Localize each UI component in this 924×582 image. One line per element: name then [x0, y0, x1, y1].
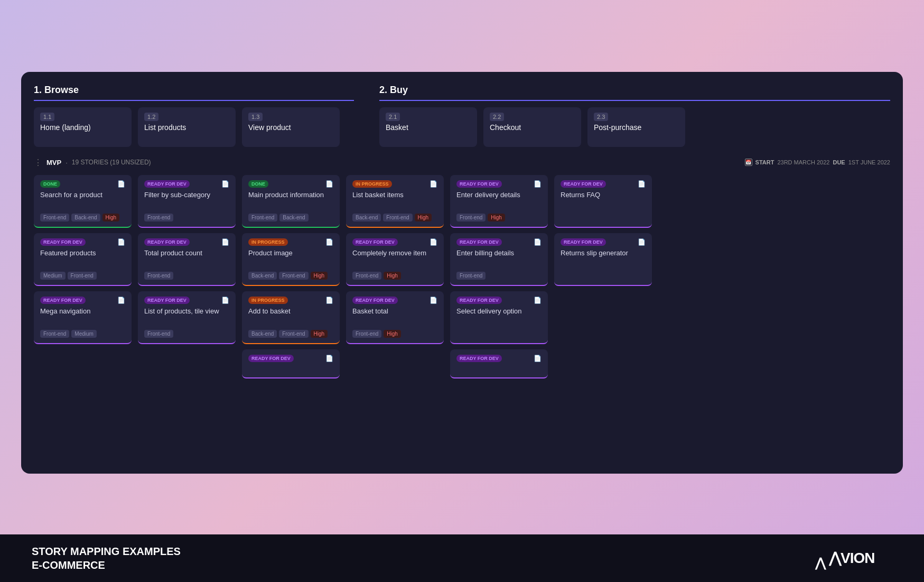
epic-card-1-3[interactable]: 1.3 View product — [242, 107, 340, 147]
partial-card[interactable]: READY FOR DEV 📄 — [450, 349, 548, 378]
doc-icon: 📄 — [430, 180, 437, 188]
epic-card-num: 2.1 — [386, 113, 400, 121]
story-card[interactable]: READY FOR DEV 📄 Featured products Medium… — [34, 233, 132, 286]
story-card[interactable]: READY FOR DEV 📄 Enter billing details Fr… — [450, 233, 548, 286]
story-card-top: READY FOR DEV 📄 — [561, 180, 646, 188]
story-card[interactable]: READY FOR DEV 📄 Completely remove item F… — [346, 233, 444, 286]
story-card[interactable]: DONE 📄 Search for a product Front-end Ba… — [34, 175, 132, 228]
status-badge: IN PROGRESS — [352, 180, 392, 188]
story-column-2: READY FOR DEV 📄 Filter by sub-category F… — [138, 175, 236, 378]
tag: Back-end — [71, 214, 100, 221]
story-title: Search for a product — [40, 191, 125, 208]
status-badge: IN PROGRESS — [248, 238, 288, 246]
story-tags: Medium Front-end — [40, 272, 125, 280]
tag: Back-end — [248, 272, 277, 280]
story-card[interactable]: IN PROGRESS 📄 List basket items Back-end… — [346, 175, 444, 228]
footer-line1: STORY MAPPING EXAMPLES — [32, 544, 181, 558]
tag: Front-end — [68, 272, 97, 280]
story-card-top: READY FOR DEV 📄 — [352, 297, 437, 304]
status-badge: READY FOR DEV — [144, 297, 190, 304]
tag-high: High — [102, 214, 120, 221]
story-tags: Front-end Back-end High — [40, 214, 125, 221]
epic-card-title: View product — [248, 123, 333, 132]
status-badge: READY FOR DEV — [352, 297, 398, 304]
story-card[interactable]: DONE 📄 Main product information Front-en… — [242, 175, 340, 228]
epic-card-num: 1.1 — [40, 113, 54, 121]
story-tags: Front-end Medium — [40, 330, 125, 338]
story-card-top: READY FOR DEV 📄 — [456, 297, 542, 304]
story-card[interactable]: READY FOR DEV 📄 Basket total Front-end H… — [346, 291, 444, 344]
story-card-select-delivery[interactable]: READY FOR DEV 📄 Select delivery option — [450, 291, 548, 344]
story-card[interactable]: READY FOR DEV 📄 List of products, tile v… — [138, 291, 236, 344]
story-card-top: DONE 📄 — [40, 180, 125, 188]
story-card[interactable]: READY FOR DEV 📄 Filter by sub-category F… — [138, 175, 236, 228]
story-card-top: IN PROGRESS 📄 — [248, 297, 333, 304]
story-column-5: READY FOR DEV 📄 Enter delivery details F… — [450, 175, 548, 378]
story-tags: Front-end — [456, 272, 542, 280]
epic-cards-browse: 1.1 Home (landing) 1.2 List products 1.3… — [34, 107, 354, 147]
tag: Front-end — [144, 330, 173, 338]
story-title: Featured products — [40, 249, 125, 266]
story-title: Enter billing details — [456, 249, 542, 266]
story-title: List of products, tile view — [144, 307, 229, 325]
avion-logo: ⋀VION — [815, 546, 892, 571]
tag: Front-end — [456, 214, 486, 221]
epic-card-1-1[interactable]: 1.1 Home (landing) — [34, 107, 132, 147]
tag: Front-end — [279, 272, 308, 280]
mvp-header: ⋮ MVP · 19 STORIES (19 UNSIZED) 📅 START … — [34, 158, 890, 168]
mvp-left: ⋮ MVP · 19 STORIES (19 UNSIZED) — [34, 158, 151, 168]
story-title: Product image — [248, 249, 333, 266]
doc-icon: 📄 — [325, 297, 333, 304]
epic-card-2-3[interactable]: 2.3 Post-purchase — [587, 107, 685, 147]
story-tags: Front-end High — [352, 330, 437, 338]
epic-card-1-2[interactable]: 1.2 List products — [138, 107, 236, 147]
story-card-top: READY FOR DEV 📄 — [144, 297, 229, 304]
doc-icon: 📄 — [534, 180, 542, 188]
partial-card[interactable]: READY FOR DEV 📄 — [242, 349, 340, 378]
status-badge: IN PROGRESS — [248, 297, 288, 304]
story-card[interactable]: IN PROGRESS 📄 Product image Back-end Fro… — [242, 233, 340, 286]
svg-text:⋀VION: ⋀VION — [829, 550, 874, 566]
epic-card-2-2[interactable]: 2.2 Checkout — [483, 107, 581, 147]
status-badge: READY FOR DEV — [561, 238, 606, 246]
status-badge: READY FOR DEV — [456, 355, 502, 362]
epic-group-browse: 1. Browse 1.1 Home (landing) 1.2 List pr… — [34, 85, 354, 147]
doc-icon: 📄 — [325, 355, 333, 362]
tag: Medium — [71, 330, 97, 338]
story-title: Basket total — [352, 307, 437, 325]
story-card[interactable]: READY FOR DEV 📄 Returns slip generator — [554, 233, 652, 286]
epic-label-browse: 1. Browse — [34, 85, 354, 101]
story-tags: Back-end Front-end High — [248, 330, 333, 338]
doc-icon: 📄 — [534, 238, 542, 246]
story-card[interactable]: READY FOR DEV 📄 Total product count Fron… — [138, 233, 236, 286]
doc-icon: 📄 — [221, 297, 229, 304]
story-card-top: READY FOR DEV 📄 — [561, 238, 646, 246]
doc-icon: 📄 — [221, 238, 229, 246]
tag: Back-end — [279, 214, 308, 221]
story-card-top: READY FOR DEV 📄 — [352, 238, 437, 246]
status-badge: READY FOR DEV — [456, 238, 502, 246]
epic-card-2-1[interactable]: 2.1 Basket — [379, 107, 477, 147]
stories-grid: DONE 📄 Search for a product Front-end Ba… — [34, 175, 890, 378]
story-title: Enter delivery details — [456, 191, 542, 208]
story-title: Returns FAQ — [561, 191, 646, 216]
doc-icon: 📄 — [325, 238, 333, 246]
status-badge: READY FOR DEV — [561, 180, 606, 188]
doc-icon: 📄 — [534, 355, 542, 362]
story-tags: Front-end — [144, 214, 229, 221]
tag: Front-end — [383, 214, 412, 221]
mvp-menu-icon[interactable]: ⋮ — [34, 158, 42, 168]
epic-card-num: 1.2 — [144, 113, 158, 121]
epic-card-num: 2.2 — [490, 113, 504, 121]
story-card[interactable]: READY FOR DEV 📄 Returns FAQ — [554, 175, 652, 228]
tag: Back-end — [248, 330, 277, 338]
story-card[interactable]: READY FOR DEV 📄 Enter delivery details F… — [450, 175, 548, 228]
tag: Back-end — [352, 214, 381, 221]
status-badge: READY FOR DEV — [40, 238, 86, 246]
tag: Front-end — [144, 272, 173, 280]
tag: Front-end — [40, 214, 69, 221]
story-card[interactable]: READY FOR DEV 📄 Mega navigation Front-en… — [34, 291, 132, 344]
tag-high: High — [384, 272, 401, 280]
story-card[interactable]: IN PROGRESS 📄 Add to basket Back-end Fro… — [242, 291, 340, 344]
status-badge: READY FOR DEV — [456, 180, 502, 188]
